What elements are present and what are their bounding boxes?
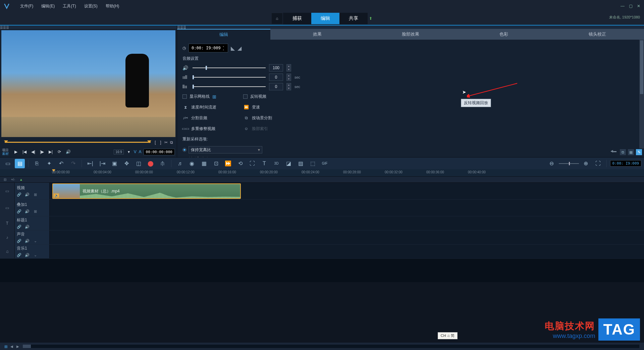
track-mute-icon[interactable]: 🔊: [25, 253, 30, 257]
video-clip[interactable]: 视频素材（总）.mp4 🔊: [52, 183, 241, 199]
fade-in-value[interactable]: 0: [269, 74, 283, 81]
preview-viewport[interactable]: [1, 30, 175, 137]
grid-icon[interactable]: ⊞: [212, 94, 216, 99]
zoom-slider[interactable]: [559, 163, 579, 164]
close-button[interactable]: ✕: [636, 3, 641, 9]
tracks-empty-space[interactable]: [0, 259, 644, 282]
label-project[interactable]: 项目: [2, 148, 9, 152]
tool-text[interactable]: T: [259, 159, 269, 168]
tool-auto-music[interactable]: ♬: [175, 159, 185, 168]
upload-icon[interactable]: ⬆: [369, 16, 372, 21]
fade-in-spinner[interactable]: ▲▼: [286, 74, 291, 81]
panel-icon-1[interactable]: ⧉: [620, 149, 626, 155]
volume-button[interactable]: 🔊: [64, 148, 72, 156]
panel-icon-2[interactable]: ▦: [628, 149, 634, 155]
timeline-ruler[interactable]: 00:00:00:0000:00:04:0000:00:08:0000:00:1…: [0, 169, 644, 177]
volume-value[interactable]: 100: [269, 64, 283, 72]
menu-edit[interactable]: 编辑(E): [37, 3, 59, 9]
track-content-music[interactable]: [50, 245, 644, 258]
menu-file[interactable]: 文件(F): [16, 3, 37, 9]
tab-edit[interactable]: 编辑: [177, 29, 270, 40]
track-icon-sound[interactable]: ♪: [0, 230, 15, 244]
track-collapse[interactable]: +/-: [11, 177, 15, 182]
flag-fade-out-icon[interactable]: ◢: [237, 45, 241, 51]
volume-slider[interactable]: [193, 68, 266, 68]
play-button[interactable]: ▶: [12, 148, 19, 156]
mode-tab-share[interactable]: 共享: [339, 13, 368, 24]
track-expand-icon[interactable]: ⌄: [33, 238, 38, 243]
speed-change-option[interactable]: ⏩ 变速: [243, 104, 272, 110]
reverse-video-checkbox[interactable]: [243, 94, 248, 99]
tool-chroma[interactable]: ▨: [296, 159, 306, 168]
tab-face[interactable]: 脸部效果: [364, 29, 457, 40]
aspect-ratio-button[interactable]: 16:9: [114, 149, 123, 155]
speed-time-option[interactable]: ⧗ 速度/时间流逝: [182, 104, 216, 110]
split-audio-option[interactable]: ♪✂ 分割音频: [182, 115, 216, 121]
multi-trim-option[interactable]: ▭▭ 多重修整视频: [182, 126, 216, 132]
tool-record[interactable]: ⬤: [146, 159, 156, 168]
zoom-out-button[interactable]: ⊖: [547, 159, 557, 168]
tool-mixer[interactable]: ⫛: [158, 159, 168, 168]
tool-gif[interactable]: GIF: [320, 159, 330, 168]
track-mute-icon[interactable]: 🔊: [25, 238, 30, 243]
menu-settings[interactable]: 设置(S): [80, 3, 102, 9]
fade-out-value[interactable]: 0: [269, 83, 283, 90]
volume-spinner[interactable]: ▲▼: [286, 64, 291, 72]
tool-transition[interactable]: ⬚: [308, 159, 318, 168]
track-link-icon[interactable]: 🔗: [17, 209, 21, 214]
horizontal-scrollbar[interactable]: [23, 345, 639, 348]
resize-dropdown[interactable]: ▾: [125, 148, 132, 156]
track-mute-icon[interactable]: 🔊: [25, 209, 30, 214]
preview-source-labels[interactable]: 项目 素材: [2, 148, 9, 156]
panel-grip[interactable]: ⠿⠿⠿: [177, 26, 644, 29]
go-end-button[interactable]: ▶|: [47, 148, 54, 156]
snapshot-button[interactable]: ⧉: [169, 140, 174, 145]
tool-rotate[interactable]: ⟲: [235, 159, 245, 168]
pan-zoom-row[interactable]: 摇动和缩放: [182, 156, 639, 157]
fade-out-spinner[interactable]: ▲▼: [286, 83, 291, 90]
keep-aspect-dropdown[interactable]: 保持宽高比: [189, 146, 262, 154]
menu-tools[interactable]: 工具(T): [59, 3, 80, 9]
next-frame-button[interactable]: |▶: [38, 148, 46, 156]
panel-grip[interactable]: ⠿⠿⠿: [0, 26, 177, 29]
fade-out-slider[interactable]: [193, 86, 266, 87]
footer-scroll-right[interactable]: ▶: [15, 344, 21, 349]
tool-trim-left[interactable]: ⇤|: [85, 159, 95, 168]
track-content-overlay[interactable]: [50, 200, 644, 216]
tool-select[interactable]: ▣: [109, 159, 119, 168]
track-mute-icon[interactable]: 🔊: [25, 192, 30, 197]
scene-split-option[interactable]: ⧉ 按场景分割: [243, 115, 272, 121]
track-content-video[interactable]: 视频素材（总）.mp4 🔊: [50, 183, 644, 199]
keep-aspect-row[interactable]: 保持宽高比: [182, 145, 639, 155]
tool-undo[interactable]: ↶: [56, 159, 66, 168]
track-link-icon[interactable]: 🔗: [17, 238, 21, 243]
va-toggle[interactable]: V A: [134, 149, 142, 154]
track-marker[interactable]: ▲: [19, 177, 23, 182]
toolbar-timecode[interactable]: 0:00: I9:009: [610, 160, 641, 167]
footer-tracks-button[interactable]: ▤: [3, 344, 9, 349]
tab-lens[interactable]: 镜头校正: [551, 29, 644, 40]
tool-mask[interactable]: ◪: [283, 159, 293, 168]
tool-crop[interactable]: ◫: [133, 159, 144, 168]
show-grid-checkbox[interactable]: [182, 94, 187, 99]
track-mute-icon[interactable]: 🔊: [25, 224, 30, 229]
fit-timeline-button[interactable]: ⛶: [593, 159, 603, 168]
split-clip-button[interactable]: ✂: [163, 140, 169, 145]
vertical-scrollbar[interactable]: [639, 40, 644, 148]
track-content-title[interactable]: [50, 216, 644, 230]
footer-scroll-left[interactable]: ◀: [9, 344, 15, 349]
prev-frame-button[interactable]: ◀|: [30, 148, 37, 156]
loop-button[interactable]: ⟳: [56, 148, 63, 156]
track-toggle-all[interactable]: ⊟: [3, 177, 7, 182]
tool-3d[interactable]: 3D: [271, 159, 281, 168]
preview-timecode[interactable]: 00:00:00:000: [144, 149, 175, 155]
tool-speed[interactable]: ⏩: [223, 159, 233, 168]
tool-move[interactable]: ✥: [121, 159, 131, 168]
mode-tab-edit[interactable]: 编辑: [311, 13, 339, 24]
storyboard-view-button[interactable]: ▭: [3, 159, 13, 168]
mode-tab-capture[interactable]: 捕获: [283, 13, 311, 24]
minimize-button[interactable]: —: [620, 3, 625, 9]
tool-settings[interactable]: ✦: [44, 159, 54, 168]
tool-trim-right[interactable]: |⇥: [97, 159, 107, 168]
reverse-video-option[interactable]: 反转视频: [243, 94, 272, 99]
